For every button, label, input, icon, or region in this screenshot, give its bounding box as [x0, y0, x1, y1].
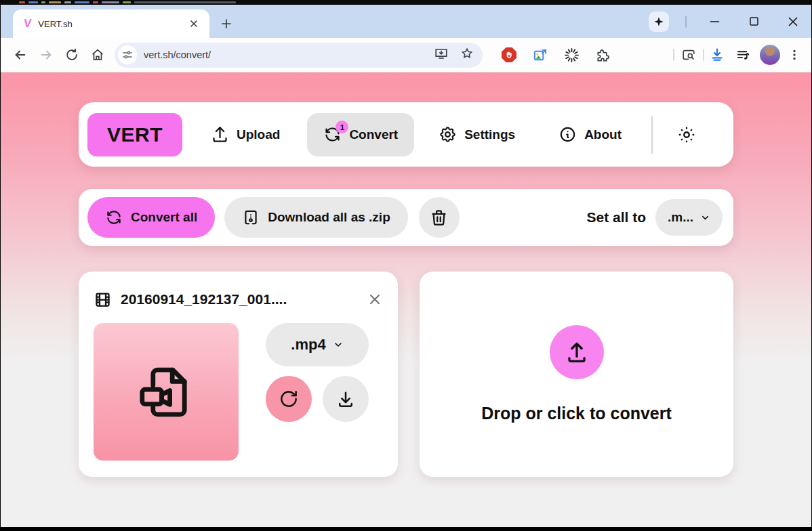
convert-file-button[interactable]	[266, 376, 312, 422]
sun-icon	[677, 125, 696, 144]
vert-logo[interactable]: VERT	[87, 113, 182, 156]
nav-about-label: About	[584, 127, 622, 142]
sliver-speck	[64, 1, 71, 3]
rotate-clockwise-icon	[279, 389, 299, 409]
file-name: 20160914_192137_001....	[121, 291, 358, 307]
zip-file-icon	[242, 209, 260, 226]
nav-convert-label: Convert	[349, 127, 398, 142]
sliver-speck	[75, 1, 89, 3]
nav-convert[interactable]: 1 Convert	[307, 113, 414, 156]
video-file-icon	[134, 360, 199, 425]
chevron-down-icon	[700, 213, 710, 223]
tab-close-icon[interactable]	[185, 15, 203, 33]
film-icon	[94, 291, 112, 309]
refresh-icon	[105, 209, 123, 226]
home-button[interactable]	[85, 42, 110, 68]
dropzone-label: Drop or click to convert	[481, 404, 672, 423]
dropzone-upload-circle[interactable]	[550, 325, 604, 379]
close-window-button[interactable]	[781, 10, 805, 33]
batch-actions-bar: Convert all Download all as .zip Set all…	[79, 189, 733, 246]
separator	[673, 49, 674, 61]
extensions-puzzle-icon[interactable]	[591, 43, 614, 66]
url-text[interactable]: vert.sh/convert/	[144, 49, 434, 60]
chevron-down-icon	[333, 339, 344, 350]
bookmark-star-icon[interactable]	[460, 46, 474, 64]
spinner-extension-icon[interactable]	[560, 43, 583, 66]
trash-icon	[430, 209, 448, 227]
new-tab-button[interactable]	[218, 15, 235, 33]
back-button[interactable]	[7, 42, 33, 68]
media-playlist-icon[interactable]	[730, 42, 756, 68]
screen: V VERT.sh	[0, 0, 812, 531]
tab-title: VERT.sh	[38, 19, 185, 29]
profile-avatar[interactable]	[760, 45, 780, 65]
delete-all-button[interactable]	[419, 197, 460, 238]
convert-all-button[interactable]: Convert all	[87, 197, 215, 238]
nav-upload-label: Upload	[237, 127, 280, 142]
download-zip-label: Download all as .zip	[268, 210, 390, 225]
sliver-speck	[93, 1, 98, 3]
file-thumbnail[interactable]	[94, 323, 239, 461]
dropzone[interactable]: Drop or click to convert	[420, 272, 733, 477]
file-format-dropdown[interactable]: .mp4	[266, 323, 369, 366]
convert-all-label: Convert all	[131, 210, 197, 225]
nav-about[interactable]: About	[559, 125, 622, 144]
files-row: 20160914_192137_001....	[79, 272, 733, 477]
download-zip-button[interactable]: Download all as .zip	[224, 197, 408, 238]
window-controls	[649, 5, 805, 38]
site-settings-icon[interactable]	[118, 45, 137, 64]
set-all-format-dropdown[interactable]: .m...	[655, 199, 723, 236]
address-bar[interactable]: vert.sh/convert/	[115, 43, 483, 68]
downloads-icon[interactable]	[704, 42, 730, 68]
gear-icon	[439, 125, 457, 144]
separator	[685, 16, 687, 28]
set-all-to-label: Set all to	[586, 209, 646, 226]
vert-favicon-icon: V	[23, 17, 32, 30]
separator	[651, 116, 653, 154]
sliver-speck	[19, 1, 25, 3]
nav-settings[interactable]: Settings	[439, 125, 515, 144]
browser-window: V VERT.sh	[1, 5, 811, 529]
search-tabs-icon[interactable]	[676, 42, 702, 68]
download-icon	[336, 389, 356, 409]
nav-settings-label: Settings	[464, 127, 515, 142]
browser-tab[interactable]: V VERT.sh	[13, 9, 209, 38]
file-format-value: .mp4	[291, 336, 325, 354]
site-header: VERT Upload 1 Convert	[79, 102, 733, 167]
minimize-button[interactable]	[703, 10, 726, 33]
convert-count-badge: 1	[336, 121, 348, 133]
adblock-extension-icon[interactable]	[498, 43, 521, 66]
background-window-sliver	[0, 0, 812, 5]
nav-upload[interactable]: Upload	[211, 125, 280, 144]
image-download-extension-icon[interactable]	[529, 43, 552, 66]
sliver-speck	[28, 1, 38, 3]
sliver-speck	[49, 1, 61, 3]
sliver-speck	[134, 1, 236, 3]
sparkle-icon[interactable]	[649, 12, 669, 32]
upload-icon	[211, 125, 229, 144]
sliver-speck	[102, 1, 119, 3]
maximize-button[interactable]	[742, 10, 765, 33]
tab-strip: V VERT.sh	[1, 5, 811, 38]
sliver-speck	[123, 1, 131, 3]
browser-menu-icon[interactable]	[784, 42, 805, 68]
install-app-icon[interactable]	[434, 46, 449, 64]
sliver-speck	[41, 1, 45, 3]
upload-icon	[564, 339, 590, 365]
vert-page: VERT Upload 1 Convert	[1, 72, 811, 528]
window-bottom-edge	[1, 527, 811, 529]
download-file-button[interactable]	[323, 376, 369, 422]
reload-button[interactable]	[59, 42, 85, 68]
remove-file-icon[interactable]	[367, 291, 383, 307]
theme-toggle[interactable]	[677, 125, 696, 144]
file-card: 20160914_192137_001....	[79, 272, 398, 477]
browser-toolbar: vert.sh/convert/	[1, 38, 811, 72]
info-icon	[559, 125, 577, 144]
set-all-format-value: .m...	[668, 210, 693, 225]
forward-button[interactable]	[33, 42, 59, 68]
